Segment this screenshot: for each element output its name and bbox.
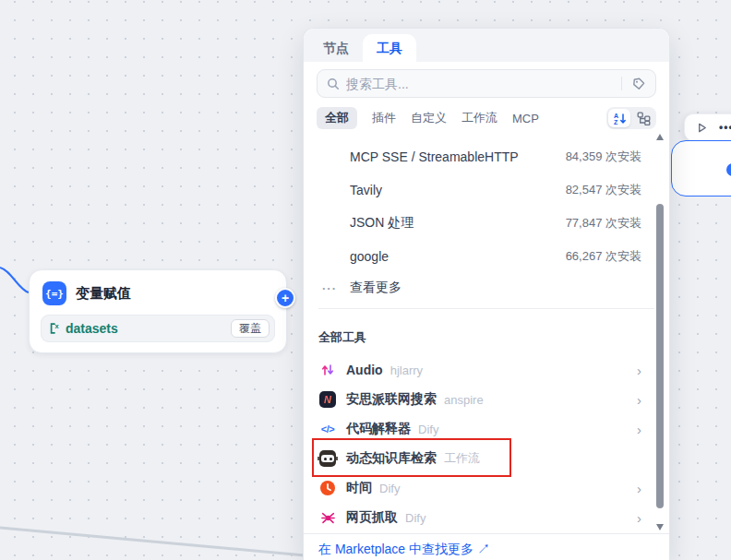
audio-arrows-icon — [318, 361, 337, 379]
tool-row-anspire[interactable]: N 安思派联网搜索 anspire › — [304, 385, 669, 414]
tree-view-button[interactable] — [632, 109, 654, 127]
add-node-button[interactable]: + — [275, 288, 295, 308]
tool-name: Audio — [346, 363, 383, 377]
sort-asc-icon: A Z — [613, 112, 627, 125]
tool-org: anspire — [444, 393, 484, 407]
view-more-label: 查看更多 — [350, 280, 401, 296]
tool-name: 时间 — [346, 480, 372, 496]
scrollbar[interactable] — [654, 132, 666, 532]
tool-list-item[interactable]: Tavily 82,547 次安装 — [304, 173, 669, 207]
node-connector-handle[interactable] — [725, 161, 731, 178]
node-actions-toolbar[interactable]: ••• — [684, 113, 731, 141]
tree-view-icon — [637, 112, 651, 125]
panel-tab-bar: 节点 工具 — [304, 29, 669, 62]
tool-list-item[interactable]: JSON 处理 77,847 次安装 — [304, 207, 669, 240]
svg-text:A: A — [614, 113, 618, 119]
tool-list-item[interactable]: MCP SSE / StreamableHTTP 84,359 次安装 — [304, 140, 669, 173]
tool-row-audio[interactable]: Audio hjlarry › — [304, 355, 669, 385]
chevron-right-icon: › — [637, 511, 641, 525]
node-header: {=} 变量赋值 — [30, 270, 286, 313]
clock-icon — [318, 479, 337, 497]
filter-all[interactable]: 全部 — [317, 107, 357, 129]
search-divider — [621, 77, 622, 90]
tool-name: 代码解释器 — [346, 421, 411, 437]
tool-org: Dify — [379, 482, 400, 495]
ellipsis-icon: ··· — [322, 281, 337, 295]
selected-node[interactable] — [671, 140, 731, 197]
filter-workflow[interactable]: 工作流 — [461, 110, 497, 126]
install-count: 82,547 次安装 — [566, 182, 641, 198]
install-count: 77,847 次安装 — [566, 215, 641, 232]
tool-org: Dify — [405, 511, 425, 525]
more-options-icon[interactable]: ••• — [719, 121, 731, 134]
variable-icon: x — [48, 322, 61, 335]
view-more-button[interactable]: ··· 查看更多 — [304, 273, 669, 303]
tool-org: Dify — [418, 423, 438, 436]
view-toggle: A Z — [606, 107, 656, 129]
filter-bar: 全部 插件 自定义 工作流 MCP A Z — [304, 102, 669, 137]
svg-text:Z: Z — [614, 119, 618, 125]
play-icon[interactable] — [696, 122, 708, 134]
install-count: 84,359 次安装 — [566, 149, 641, 165]
tool-name: Tavily — [350, 183, 382, 197]
anspire-icon: N — [318, 390, 337, 409]
tool-row-web-scraper[interactable]: 网页抓取 Dify › — [304, 503, 669, 532]
variable-row[interactable]: x datasets 覆盖 — [41, 315, 275, 342]
tool-list-item[interactable]: google 66,267 次安装 — [304, 240, 669, 273]
popular-tools-list: MCP SSE / StreamableHTTP 84,359 次安装 Tavi… — [304, 137, 669, 303]
tool-row-dynamic-kb-retrieval[interactable]: 动态知识库检索 工作流 — [304, 444, 669, 473]
search-icon — [327, 77, 340, 90]
all-tools-list: Audio hjlarry › N 安思派联网搜索 anspire › </> … — [304, 355, 669, 532]
chevron-right-icon: › — [637, 363, 641, 377]
search-input[interactable] — [346, 77, 616, 91]
filter-mcp[interactable]: MCP — [512, 112, 539, 125]
chevron-right-icon: › — [637, 482, 641, 495]
variable-name: datasets — [66, 321, 118, 336]
code-icon: </> — [318, 420, 337, 438]
search-area — [304, 62, 669, 102]
variable-assigner-node[interactable]: {=} 变量赋值 + x datasets 覆盖 — [29, 269, 287, 353]
robot-icon — [318, 449, 337, 468]
chevron-right-icon: › — [637, 423, 641, 436]
tool-name: JSON 处理 — [350, 215, 413, 232]
tools-panel: 节点 工具 全部 插件 自定义 工作流 MCP A Z — [303, 28, 670, 560]
tool-org: 工作流 — [444, 450, 480, 467]
filter-custom[interactable]: 自定义 — [411, 110, 447, 126]
scroll-down-arrow[interactable] — [656, 524, 664, 530]
tool-name: 动态知识库检索 — [346, 450, 437, 467]
tab-nodes[interactable]: 节点 — [309, 34, 363, 62]
filter-plugins[interactable]: 插件 — [372, 110, 396, 126]
tool-org: hjlarry — [390, 363, 423, 377]
tool-name: google — [350, 249, 389, 264]
install-count: 66,267 次安装 — [566, 248, 641, 265]
sort-button[interactable]: A Z — [608, 109, 630, 127]
marketplace-link[interactable]: 在 Marketplace 中查找更多 ↗ — [318, 542, 490, 556]
node-title: 变量赋值 — [76, 285, 131, 303]
tool-row-code-interpreter[interactable]: </> 代码解释器 Dify › — [304, 414, 669, 444]
scroll-thumb[interactable] — [656, 204, 664, 508]
tool-row-time[interactable]: 时间 Dify › — [304, 473, 669, 503]
chevron-right-icon: › — [637, 393, 641, 407]
tag-filter-icon[interactable] — [631, 77, 646, 91]
tab-tools[interactable]: 工具 — [363, 34, 416, 62]
scroll-up-arrow[interactable] — [656, 134, 664, 140]
tool-name: MCP SSE / StreamableHTTP — [350, 149, 519, 164]
tool-name: 网页抓取 — [346, 509, 398, 526]
tool-name: 安思派联网搜索 — [346, 391, 437, 408]
spider-icon — [318, 508, 337, 527]
variable-assigner-icon: {=} — [42, 281, 66, 305]
svg-text:x: x — [55, 322, 60, 330]
search-box[interactable] — [317, 69, 656, 98]
overwrite-badge: 覆盖 — [231, 319, 270, 338]
section-title: 全部工具 — [304, 309, 669, 355]
panel-footer: 在 Marketplace 中查找更多 ↗ — [304, 533, 669, 560]
